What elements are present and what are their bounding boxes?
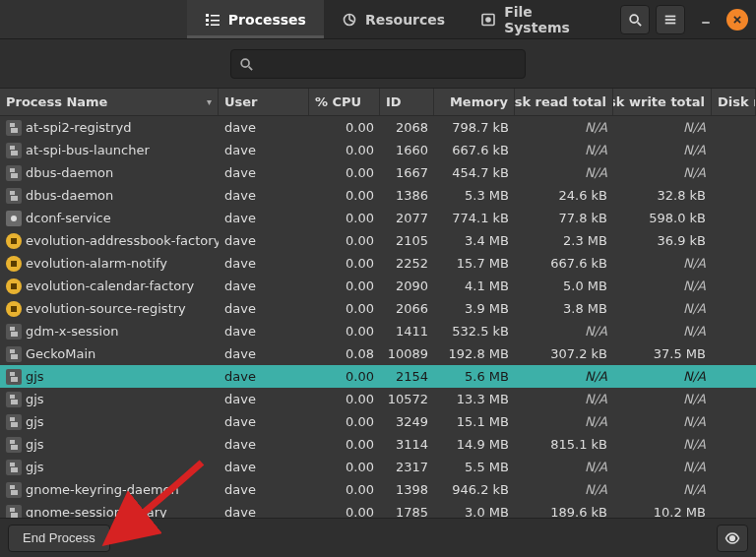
col-header-disk-read-rate[interactable]: Disk r — [712, 89, 756, 115]
table-row[interactable]: dbus-daemondave0.001667454.7 kBN/AN/A — [0, 161, 756, 184]
process-name-text: evolution-calendar-factory — [26, 278, 194, 293]
col-header-disk-write-total[interactable]: Disk write total — [613, 89, 712, 115]
tab-resources-label: Resources — [365, 12, 445, 28]
table-row[interactable]: at-spi-bus-launcherdave0.001660667.6 kBN… — [0, 139, 756, 161]
table-row[interactable]: gjsdave0.00311414.9 MB815.1 kBN/A — [0, 433, 756, 456]
table-cell: dave — [219, 388, 309, 410]
process-icon — [6, 278, 22, 294]
svg-rect-39 — [11, 400, 18, 404]
table-cell: 15.1 MB — [434, 410, 515, 433]
table-cell: 0.00 — [309, 388, 380, 410]
col-header-memory[interactable]: Memory — [434, 89, 515, 115]
end-process-button[interactable]: End Process — [8, 525, 110, 552]
table-row[interactable]: gjsdave0.0021545.6 MBN/AN/A — [0, 365, 756, 388]
table-row[interactable]: gnome-session-binarydave0.0017853.0 MB18… — [0, 501, 756, 518]
table-cell: 2252 — [380, 252, 434, 275]
cell-process-name: gnome-keyring-daemon — [0, 478, 219, 501]
search-toggle-button[interactable] — [620, 5, 650, 34]
table-row[interactable]: evolution-alarm-notifydave0.00225215.7 M… — [0, 252, 756, 275]
process-icon — [6, 414, 22, 430]
table-cell: N/A — [613, 478, 712, 501]
svg-rect-35 — [11, 354, 18, 359]
table-row[interactable]: dconf-servicedave0.002077774.1 kB77.8 kB… — [0, 207, 756, 229]
table-cell: 1785 — [380, 501, 434, 518]
svg-point-17 — [241, 59, 249, 67]
process-icon — [6, 256, 22, 272]
cell-process-name: dbus-daemon — [0, 184, 219, 207]
table-cell: 0.00 — [309, 229, 380, 252]
process-icon — [6, 165, 22, 181]
process-name-text: evolution-addressbook-factory — [26, 233, 219, 248]
table-row[interactable]: at-spi2-registryddave0.002068798.7 kBN/A… — [0, 116, 756, 139]
table-cell: dave — [219, 410, 309, 433]
table-cell: dave — [219, 139, 309, 161]
col-header-cpu[interactable]: % CPU — [309, 89, 380, 115]
table-row[interactable]: GeckoMaindave0.0810089192.8 MB307.2 kB37… — [0, 342, 756, 365]
tab-filesystems[interactable]: File Systems — [463, 0, 620, 38]
table-cell: dave — [219, 252, 309, 275]
table-cell: 0.00 — [309, 320, 380, 342]
cell-process-name: gjs — [0, 410, 219, 433]
show-details-button[interactable] — [717, 525, 748, 552]
processes-icon — [205, 12, 220, 28]
process-name-text: dbus-daemon — [26, 188, 113, 203]
table-cell: 24.6 kB — [515, 184, 613, 207]
table-cell: dave — [219, 501, 309, 518]
table-row[interactable]: gjsdave0.001057213.3 MBN/AN/A — [0, 388, 756, 410]
table-cell: 454.7 kB — [434, 161, 515, 184]
close-button[interactable] — [726, 9, 748, 31]
table-cell — [712, 501, 756, 518]
table-cell: 10.2 MB — [613, 501, 712, 518]
svg-rect-23 — [10, 168, 15, 172]
table-row[interactable]: evolution-source-registrydave0.0020663.9… — [0, 297, 756, 320]
table-cell: 667.6 kB — [515, 252, 613, 275]
table-cell: N/A — [613, 388, 712, 410]
process-icon — [6, 211, 22, 226]
search-box[interactable] — [230, 49, 526, 79]
col-header-disk-read-total[interactable]: Disk read total — [515, 89, 613, 115]
minimize-button[interactable] — [691, 5, 721, 34]
svg-rect-49 — [11, 513, 18, 518]
col-header-user[interactable]: User — [219, 89, 309, 115]
cell-process-name: gjs — [0, 456, 219, 478]
svg-rect-48 — [10, 508, 15, 512]
table-cell: dave — [219, 342, 309, 365]
process-name-text: dbus-daemon — [26, 165, 113, 180]
table-cell: 2077 — [380, 207, 434, 229]
tab-processes[interactable]: Processes — [187, 0, 324, 38]
table-row[interactable]: gjsdave0.0023175.5 MBN/AN/A — [0, 456, 756, 478]
table-cell — [712, 320, 756, 342]
table-cell: 15.7 MB — [434, 252, 515, 275]
process-icon — [6, 233, 22, 249]
table-cell: 192.8 MB — [434, 342, 515, 365]
cell-process-name: gdm-x-session — [0, 320, 219, 342]
table-cell: 815.1 kB — [515, 433, 613, 456]
table-cell: N/A — [613, 456, 712, 478]
table-row[interactable]: gjsdave0.00324915.1 MBN/AN/A — [0, 410, 756, 433]
table-row[interactable]: gnome-keyring-daemondave0.001398946.2 kB… — [0, 478, 756, 501]
table-cell: N/A — [515, 388, 613, 410]
table-cell: N/A — [515, 161, 613, 184]
table-cell: 0.00 — [309, 433, 380, 456]
process-name-text: gnome-keyring-daemon — [26, 482, 179, 497]
table-cell: 5.6 MB — [434, 365, 515, 388]
table-body[interactable]: at-spi2-registryddave0.002068798.7 kBN/A… — [0, 116, 756, 518]
table-row[interactable]: dbus-daemondave0.0013865.3 MB24.6 kB32.8… — [0, 184, 756, 207]
headerbar: Processes Resources File Systems — [0, 0, 756, 39]
table-cell: 0.00 — [309, 410, 380, 433]
process-icon — [6, 369, 22, 385]
search-input[interactable] — [259, 56, 517, 71]
table-row[interactable]: evolution-calendar-factorydave0.0020904.… — [0, 275, 756, 297]
table-row[interactable]: gdm-x-sessiondave0.001411532.5 kBN/AN/A — [0, 320, 756, 342]
col-header-process-name[interactable]: Process Name ▾ — [0, 89, 219, 115]
table-cell: 37.5 MB — [613, 342, 712, 365]
col-header-id[interactable]: ID — [380, 89, 434, 115]
table-cell: 77.8 kB — [515, 207, 613, 229]
svg-rect-41 — [11, 422, 18, 427]
svg-rect-46 — [10, 485, 15, 489]
table-row[interactable]: evolution-addressbook-factorydave0.00210… — [0, 229, 756, 252]
svg-rect-26 — [11, 196, 18, 201]
table-cell: 36.9 kB — [613, 229, 712, 252]
hamburger-menu-button[interactable] — [656, 5, 685, 34]
tab-resources[interactable]: Resources — [324, 0, 463, 38]
